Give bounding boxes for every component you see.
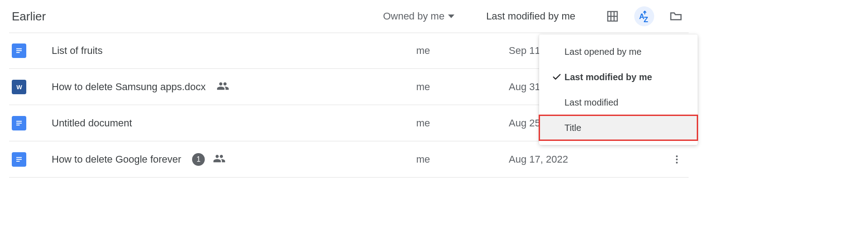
sort-menu-item[interactable]: Title (539, 115, 698, 140)
svg-rect-10 (16, 120, 22, 121)
svg-point-19 (676, 155, 678, 157)
sort-menu-item[interactable]: Last modified (539, 90, 698, 115)
folder-icon[interactable] (666, 6, 686, 26)
svg-rect-7 (16, 50, 22, 51)
sort-menu-item-label: Last modified (564, 97, 618, 108)
svg-rect-8 (16, 52, 20, 53)
file-name: Untitled document (52, 117, 132, 129)
docs-file-icon (12, 43, 26, 58)
svg-text:Z: Z (644, 15, 648, 24)
svg-rect-6 (16, 48, 22, 49)
owner-filter-label: Owned by me (383, 10, 444, 22)
grid-view-icon[interactable] (603, 6, 622, 26)
file-name: How to delete Samsung apps.docx (52, 81, 206, 93)
sort-options-icon[interactable]: A Z (634, 6, 654, 26)
sort-menu-item-label: Title (564, 123, 581, 133)
shared-icon (213, 152, 226, 167)
word-file-icon: W (12, 80, 26, 94)
owner-filter-dropdown[interactable]: Owned by me (383, 10, 454, 22)
docs-file-icon (12, 116, 26, 130)
list-header: Earlier Owned by me Last modified by me … (9, 0, 689, 33)
sort-menu: Last opened by meLast modified by meLast… (539, 34, 698, 145)
file-modified-date: Aug 17, 2022 (468, 154, 568, 165)
file-owner: me (378, 45, 468, 57)
file-owner: me (378, 154, 468, 165)
section-title: Earlier (12, 10, 46, 24)
sort-menu-item[interactable]: Last modified by me (539, 64, 698, 90)
more-actions-icon[interactable] (668, 150, 686, 169)
sort-column-header[interactable]: Last modified by me (486, 10, 575, 22)
shared-icon (217, 80, 229, 94)
svg-point-21 (676, 162, 678, 164)
svg-point-20 (676, 159, 678, 160)
file-owner: me (378, 117, 468, 129)
file-owner: me (378, 81, 468, 93)
file-row[interactable]: How to delete Google forever1meAug 17, 2… (9, 141, 689, 178)
svg-text:W: W (16, 84, 22, 91)
file-name: How to delete Google forever (52, 154, 181, 165)
svg-rect-18 (16, 161, 20, 162)
file-name: List of fruits (52, 45, 102, 57)
svg-rect-11 (16, 122, 22, 123)
sort-menu-item-label: Last opened by me (564, 47, 641, 57)
comment-count-badge: 1 (192, 153, 205, 166)
docs-file-icon (12, 152, 26, 167)
sort-menu-item[interactable]: Last opened by me (539, 39, 698, 64)
check-icon (549, 72, 564, 82)
svg-rect-16 (16, 157, 22, 158)
svg-rect-17 (16, 159, 22, 159)
svg-rect-12 (16, 125, 20, 125)
sort-menu-item-label: Last modified by me (564, 72, 652, 82)
caret-down-icon (448, 14, 454, 18)
